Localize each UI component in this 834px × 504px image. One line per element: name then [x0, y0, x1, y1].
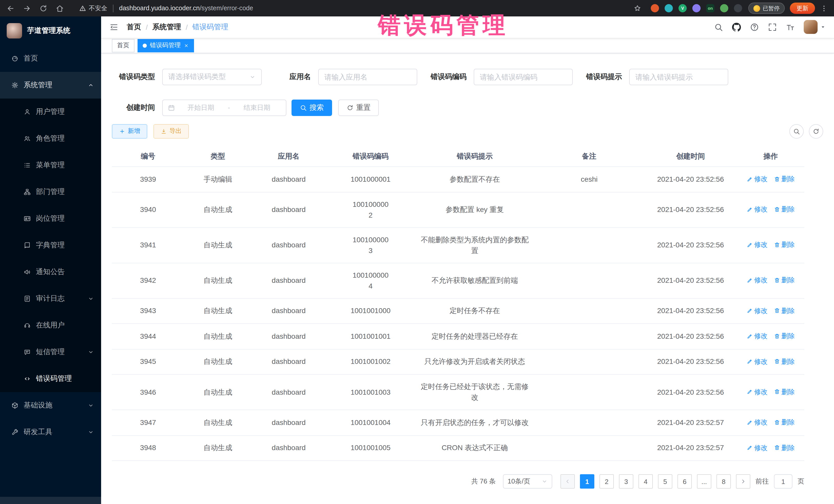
edit-link[interactable]: 修改: [746, 204, 768, 215]
reset-button[interactable]: 重置: [338, 99, 379, 116]
sidebar-item[interactable]: 系统管理: [0, 72, 101, 98]
app-name-input[interactable]: [318, 68, 417, 85]
plus-icon: [119, 128, 125, 134]
sidebar: 芋道管理系统 首页系统管理用户管理角色管理菜单管理部门管理岗位管理字典管理通知公…: [0, 17, 101, 504]
browser-back-icon[interactable]: [6, 4, 15, 13]
sidebar-item[interactable]: 字典管理: [0, 232, 101, 259]
toggle-search-button[interactable]: [789, 124, 804, 138]
edit-link[interactable]: 修改: [746, 442, 768, 453]
fullscreen-icon[interactable]: [768, 23, 777, 32]
page-button[interactable]: 5: [658, 474, 672, 489]
browser-reload-icon[interactable]: [39, 4, 48, 13]
edit-link[interactable]: 修改: [746, 174, 768, 184]
sidebar-item[interactable]: 角色管理: [0, 125, 101, 152]
sidebar-item[interactable]: 部门管理: [0, 179, 101, 205]
delete-link[interactable]: 删除: [774, 239, 795, 250]
sidebar-item-label: 审计日志: [36, 294, 83, 303]
page-button[interactable]: 6: [678, 474, 692, 489]
sidebar-collapse-bar[interactable]: [0, 497, 101, 504]
delete-link[interactable]: 删除: [774, 442, 795, 453]
extension-orange-icon[interactable]: [651, 4, 659, 12]
tab-item[interactable]: 首页: [112, 39, 134, 52]
search-button[interactable]: 搜索: [291, 99, 332, 116]
breadcrumb-item: 错误码管理: [193, 23, 228, 32]
prev-page-button[interactable]: [561, 474, 575, 489]
font-size-icon[interactable]: [786, 23, 795, 32]
main-area: 首页/系统管理/错误码管理 首页错误码管理 错误码类型 请选择错: [101, 17, 834, 504]
edit-link[interactable]: 修改: [746, 417, 768, 428]
profile-paused-badge[interactable]: 已暂停: [748, 3, 785, 14]
github-icon[interactable]: [732, 23, 741, 32]
sidebar-item[interactable]: 岗位管理: [0, 205, 101, 232]
edit-link[interactable]: 修改: [746, 275, 768, 286]
table-row: 3939手动编辑dashboard1001000001参数配置不存在ceshi2…: [112, 167, 804, 192]
search-icon[interactable]: [714, 23, 723, 32]
breadcrumb-item[interactable]: 首页: [127, 23, 141, 32]
add-button[interactable]: 新增: [112, 124, 147, 138]
delete-link[interactable]: 删除: [774, 204, 795, 215]
sidebar-item[interactable]: 短信管理: [0, 339, 101, 366]
table-row: 3944自动生成dashboard1001001001定时任务的处理器已经存在2…: [112, 324, 804, 349]
delete-link[interactable]: 删除: [774, 356, 795, 367]
date-range-picker[interactable]: 开始日期 - 结束日期: [162, 99, 286, 116]
extension-leaf-icon[interactable]: [720, 4, 728, 12]
more-pages-button[interactable]: ...: [697, 474, 711, 489]
error-code-label: 错误码编码: [417, 72, 474, 81]
cell-created: 2021-04-20 23:52:56: [644, 167, 737, 192]
edit-link[interactable]: 修改: [746, 356, 768, 367]
page-button[interactable]: 1: [580, 474, 594, 489]
extension-green-check-icon[interactable]: V: [679, 4, 687, 12]
sidebar-item[interactable]: 研发工具: [0, 419, 101, 445]
edit-link[interactable]: 修改: [746, 305, 768, 316]
extension-dark-icon[interactable]: [734, 4, 742, 12]
delete-link[interactable]: 删除: [774, 330, 795, 341]
app-logo-row[interactable]: 芋道管理系统: [0, 17, 101, 45]
url-bar[interactable]: dashboard.yudao.iocoder.cn/system/error-…: [119, 5, 253, 12]
delete-link[interactable]: 删除: [774, 387, 795, 397]
sidebar-item[interactable]: 通知公告: [0, 259, 101, 285]
export-button[interactable]: 导出: [153, 124, 189, 138]
sidebar-item[interactable]: 错误码管理: [0, 366, 101, 392]
edit-link[interactable]: 修改: [746, 330, 768, 341]
error-code-input[interactable]: [474, 68, 573, 85]
next-page-button[interactable]: [736, 474, 750, 489]
sidebar-item[interactable]: 审计日志: [0, 285, 101, 312]
page-size-select[interactable]: 10条/页: [503, 474, 552, 489]
browser-forward-icon[interactable]: [23, 4, 31, 13]
delete-link[interactable]: 删除: [774, 275, 795, 286]
edit-link[interactable]: 修改: [746, 387, 768, 397]
page-button[interactable]: 2: [599, 474, 614, 489]
sidebar-fold-icon[interactable]: [109, 23, 118, 32]
extension-purple-icon[interactable]: [692, 4, 701, 12]
sidebar-item[interactable]: 菜单管理: [0, 152, 101, 179]
delete-label: 删除: [782, 330, 795, 341]
delete-link[interactable]: 删除: [774, 417, 795, 428]
close-icon[interactable]: [184, 43, 189, 48]
refresh-table-button[interactable]: [809, 124, 823, 138]
user-menu[interactable]: [804, 20, 826, 34]
browser-menu-icon[interactable]: [820, 4, 828, 12]
jump-page-input[interactable]: [774, 474, 792, 489]
extension-teal-icon[interactable]: [665, 4, 673, 12]
page-button[interactable]: 4: [638, 474, 653, 489]
tab-active[interactable]: 错误码管理: [137, 39, 194, 52]
browser-update-button[interactable]: 更新: [790, 3, 815, 14]
sidebar-item[interactable]: 基础设施: [0, 392, 101, 419]
error-type-select[interactable]: 请选择错误码类型: [162, 68, 262, 85]
bookmark-star-icon[interactable]: [633, 4, 641, 12]
error-hint-input[interactable]: [629, 68, 728, 85]
delete-link[interactable]: 删除: [774, 305, 795, 316]
sidebar-item[interactable]: 用户管理: [0, 98, 101, 125]
browser-home-icon[interactable]: [56, 4, 64, 13]
extension-on-badge-icon[interactable]: on: [706, 4, 715, 12]
edit-link[interactable]: 修改: [746, 239, 768, 250]
sidebar-item[interactable]: 在线用户: [0, 312, 101, 339]
table-row: 3940自动生成dashboard100100000 2参数配置 key 重复2…: [112, 192, 804, 227]
security-chip[interactable]: 不安全: [79, 4, 107, 13]
delete-link[interactable]: 删除: [774, 174, 795, 184]
page-button[interactable]: 8: [717, 474, 731, 489]
page-button[interactable]: 3: [619, 474, 633, 489]
breadcrumb-item[interactable]: 系统管理: [152, 23, 181, 32]
question-icon[interactable]: [750, 23, 759, 32]
sidebar-item[interactable]: 首页: [0, 45, 101, 72]
